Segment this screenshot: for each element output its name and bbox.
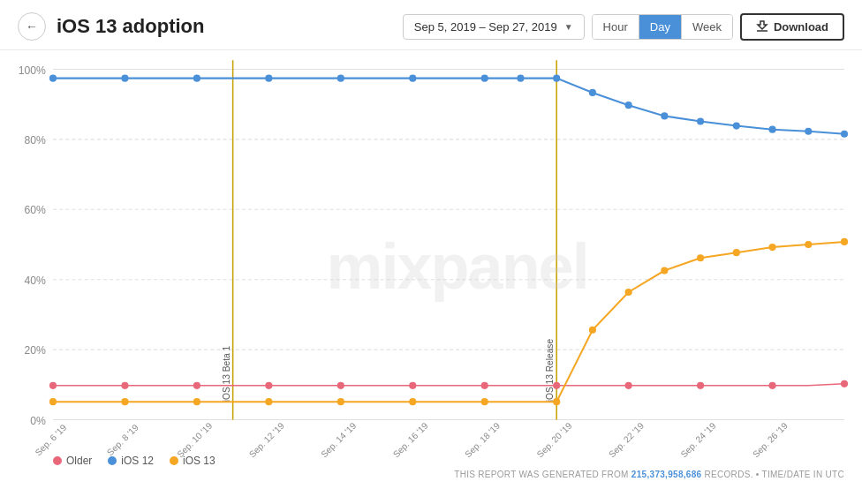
svg-point-57 bbox=[697, 254, 704, 261]
svg-text:40%: 40% bbox=[24, 275, 46, 287]
svg-point-54 bbox=[589, 327, 596, 334]
svg-point-45 bbox=[841, 380, 848, 387]
header-controls: Sep 5, 2019 – Sep 27, 2019 ▼ Hour Day We… bbox=[403, 13, 844, 41]
svg-text:Sep. 22 '19: Sep. 22 '19 bbox=[607, 420, 646, 459]
svg-point-23 bbox=[481, 75, 488, 82]
svg-point-18 bbox=[121, 75, 128, 82]
svg-text:Sep. 6 '19: Sep. 6 '19 bbox=[34, 422, 69, 457]
footer-note: THIS REPORT WAS GENERATED FROM 215,373,9… bbox=[454, 470, 844, 479]
back-icon: ← bbox=[26, 19, 38, 34]
day-button[interactable]: Day bbox=[639, 15, 682, 39]
footer-suffix: RECORDS. • TIME/DATE IN UTC bbox=[705, 470, 844, 479]
svg-point-32 bbox=[805, 128, 812, 135]
svg-point-39 bbox=[409, 382, 416, 389]
chevron-down-icon: ▼ bbox=[564, 22, 573, 32]
svg-text:60%: 60% bbox=[24, 204, 46, 216]
svg-text:Sep. 16 '19: Sep. 16 '19 bbox=[391, 420, 430, 459]
legend-label-ios12: iOS 12 bbox=[121, 455, 154, 467]
svg-point-46 bbox=[49, 398, 57, 405]
legend-dot-ios12 bbox=[108, 456, 117, 465]
svg-point-42 bbox=[625, 382, 632, 389]
date-range-button[interactable]: Sep 5, 2019 – Sep 27, 2019 ▼ bbox=[403, 14, 585, 40]
svg-text:Sep. 20 '19: Sep. 20 '19 bbox=[535, 420, 574, 459]
svg-text:Sep. 12 '19: Sep. 12 '19 bbox=[247, 420, 286, 459]
svg-text:Sep. 14 '19: Sep. 14 '19 bbox=[319, 420, 358, 459]
svg-point-38 bbox=[337, 382, 344, 389]
week-button[interactable]: Week bbox=[682, 15, 732, 39]
legend-dot-older bbox=[53, 456, 62, 465]
svg-text:20%: 20% bbox=[24, 344, 46, 357]
svg-point-19 bbox=[193, 75, 200, 82]
svg-point-34 bbox=[49, 382, 57, 389]
hour-button[interactable]: Hour bbox=[593, 15, 639, 39]
svg-point-22 bbox=[409, 75, 416, 82]
svg-point-41 bbox=[553, 382, 560, 389]
svg-point-51 bbox=[409, 398, 416, 405]
svg-text:iOS 13 Release: iOS 13 Release bbox=[545, 339, 555, 402]
svg-point-50 bbox=[337, 398, 344, 405]
svg-point-17 bbox=[49, 75, 57, 82]
svg-point-24 bbox=[517, 75, 524, 82]
download-label: Download bbox=[774, 20, 828, 34]
svg-point-40 bbox=[481, 382, 488, 389]
legend-label-older: Older bbox=[66, 455, 92, 467]
svg-point-20 bbox=[265, 75, 272, 82]
svg-text:100%: 100% bbox=[19, 64, 46, 77]
download-icon bbox=[756, 20, 768, 33]
svg-point-61 bbox=[841, 238, 848, 245]
legend-item-ios12: iOS 12 bbox=[108, 455, 154, 467]
legend-label-ios13: iOS 13 bbox=[183, 455, 216, 467]
date-range-label: Sep 5, 2019 – Sep 27, 2019 bbox=[414, 20, 557, 34]
chart-svg: 100% 80% 60% 40% 20% 0% iOS 13 Beta 1 iO… bbox=[53, 59, 844, 430]
legend-item-older: Older bbox=[53, 455, 92, 467]
svg-point-28 bbox=[661, 112, 668, 119]
svg-point-53 bbox=[553, 398, 560, 405]
header: ← iOS 13 adoption Sep 5, 2019 – Sep 27, … bbox=[0, 0, 862, 50]
svg-point-37 bbox=[265, 382, 272, 389]
footer-records: 215,373,958,686 bbox=[631, 470, 702, 479]
legend-item-ios13: iOS 13 bbox=[170, 455, 216, 467]
back-button[interactable]: ← bbox=[18, 12, 46, 41]
time-toggle: Hour Day Week bbox=[592, 14, 733, 40]
page-title: iOS 13 adoption bbox=[57, 15, 403, 38]
svg-point-60 bbox=[805, 241, 812, 248]
download-button[interactable]: Download bbox=[740, 13, 844, 41]
svg-point-33 bbox=[841, 131, 848, 138]
svg-text:80%: 80% bbox=[24, 134, 46, 147]
svg-text:iOS 13 Beta 1: iOS 13 Beta 1 bbox=[222, 346, 231, 402]
svg-point-56 bbox=[661, 267, 668, 274]
svg-text:Sep. 24 '19: Sep. 24 '19 bbox=[679, 420, 718, 459]
svg-point-30 bbox=[733, 123, 740, 130]
svg-point-35 bbox=[121, 382, 128, 389]
svg-point-27 bbox=[625, 102, 632, 109]
svg-point-25 bbox=[553, 75, 560, 82]
svg-text:Sep. 10 '19: Sep. 10 '19 bbox=[175, 420, 214, 459]
footer-prefix: THIS REPORT WAS GENERATED FROM bbox=[454, 470, 629, 479]
svg-point-21 bbox=[337, 75, 344, 82]
svg-point-29 bbox=[697, 117, 704, 124]
svg-point-49 bbox=[265, 398, 272, 405]
svg-point-48 bbox=[193, 398, 200, 405]
svg-point-52 bbox=[481, 398, 488, 405]
svg-text:0%: 0% bbox=[30, 415, 46, 427]
svg-point-58 bbox=[733, 249, 740, 256]
svg-text:Sep. 8 '19: Sep. 8 '19 bbox=[105, 422, 140, 457]
svg-point-59 bbox=[768, 244, 775, 251]
svg-point-55 bbox=[625, 289, 632, 296]
svg-text:Sep. 18 '19: Sep. 18 '19 bbox=[463, 420, 502, 459]
svg-point-26 bbox=[589, 89, 596, 96]
svg-text:Sep. 26 '19: Sep. 26 '19 bbox=[751, 420, 790, 459]
svg-point-47 bbox=[121, 398, 128, 405]
svg-point-31 bbox=[768, 126, 775, 133]
svg-point-44 bbox=[768, 382, 775, 389]
chart-legend: Older iOS 12 iOS 13 bbox=[53, 455, 216, 467]
svg-point-43 bbox=[697, 382, 704, 389]
chart-area: mixpanel 100% 80% 60% 40% 20% 0% iOS 13 … bbox=[0, 50, 862, 483]
legend-dot-ios13 bbox=[170, 456, 178, 465]
svg-point-36 bbox=[193, 382, 200, 389]
